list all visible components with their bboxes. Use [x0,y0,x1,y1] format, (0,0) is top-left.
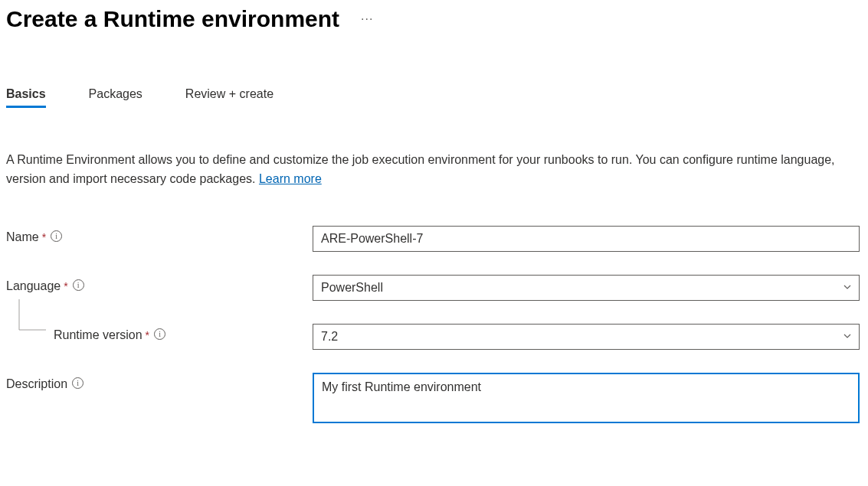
description-text: A Runtime Environment allows you to defi… [6,153,835,185]
runtime-version-label: Runtime version [54,328,142,342]
more-icon[interactable]: ··· [361,12,373,26]
required-indicator: * [42,231,46,243]
name-input[interactable] [313,226,860,252]
page-title: Create a Runtime environment [6,6,339,32]
info-icon[interactable]: i [73,279,84,291]
tab-review-create[interactable]: Review + create [185,87,274,108]
required-indicator: * [64,280,67,292]
description-textarea[interactable]: My first Runtime environment [313,373,860,423]
tabs: Basics Packages Review + create [6,87,862,108]
name-label: Name [6,230,39,244]
tab-basics[interactable]: Basics [6,87,46,108]
tree-connector-icon [18,299,46,333]
info-icon[interactable]: i [154,328,165,340]
runtime-version-select[interactable] [313,324,860,350]
description-label: Description [6,377,67,391]
language-label: Language [6,279,61,293]
required-indicator: * [146,329,149,341]
info-icon[interactable]: i [72,377,84,389]
learn-more-link[interactable]: Learn more [259,172,322,185]
info-icon[interactable]: i [51,230,62,242]
tab-packages[interactable]: Packages [89,87,142,108]
language-select[interactable] [313,275,860,301]
tab-description: A Runtime Environment allows you to defi… [6,151,853,189]
